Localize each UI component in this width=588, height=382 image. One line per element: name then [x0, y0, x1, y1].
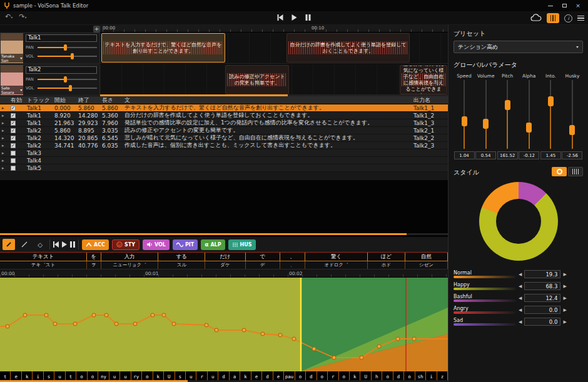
- accent-toggle[interactable]: ACC: [82, 239, 109, 250]
- param-slider-handle[interactable]: [526, 123, 532, 133]
- pitch-editor[interactable]: [0, 278, 448, 371]
- param-slider[interactable]: [504, 80, 511, 149]
- style-view-bars-button[interactable]: [568, 167, 583, 176]
- row-enabled-checkbox[interactable]: ✓: [9, 134, 25, 141]
- reading-segment[interactable]: スル: [158, 261, 205, 269]
- row-play-icon[interactable]: ▸: [0, 119, 9, 126]
- pan-slider-handle[interactable]: [64, 76, 67, 83]
- reading-segment[interactable]: ヲ: [87, 261, 101, 269]
- col-end[interactable]: 終了: [76, 96, 100, 104]
- param-value[interactable]: 1.04: [454, 151, 475, 159]
- word-segment[interactable]: 自然: [405, 253, 448, 261]
- increment-button[interactable]: ▶: [563, 308, 566, 313]
- pause-button[interactable]: [306, 14, 311, 21]
- info-button[interactable]: i: [564, 14, 572, 23]
- row-enabled-checkbox[interactable]: ✓: [9, 142, 25, 149]
- decrement-button[interactable]: ◀: [519, 272, 522, 277]
- param-slider-handle[interactable]: [548, 96, 554, 106]
- param-value[interactable]: 1.45: [540, 151, 561, 159]
- row-text[interactable]: [123, 149, 412, 156]
- minimize-button[interactable]: [547, 3, 554, 9]
- word-segment[interactable]: テキスト: [0, 253, 87, 261]
- redo-button[interactable]: ↷▾: [19, 13, 26, 21]
- row-text[interactable]: テキストを入力するだけで、驚くほど自然な音声を創り出すことができます。: [123, 104, 412, 111]
- row-text[interactable]: 自分だけの辞書を作成してよく使う単語を登録しておくこともできます。: [123, 112, 412, 119]
- col-length[interactable]: 長さ: [100, 96, 123, 104]
- mixer-button[interactable]: [547, 13, 559, 23]
- param-slider[interactable]: [460, 80, 468, 149]
- style-value[interactable]: 19.3: [524, 270, 560, 278]
- row-play-icon[interactable]: ▸: [0, 157, 9, 164]
- decrement-button[interactable]: ◀: [519, 308, 522, 313]
- edit-play-button[interactable]: [62, 241, 67, 248]
- reading-segment[interactable]: シゼン: [405, 261, 448, 269]
- vol-slider-handle[interactable]: [69, 85, 72, 91]
- row-play-icon[interactable]: ▸: [0, 164, 9, 171]
- param-slider-handle[interactable]: [483, 119, 489, 129]
- decrement-button[interactable]: ◀: [519, 319, 522, 324]
- reading-segment[interactable]: デ: [246, 261, 280, 269]
- table-row[interactable]: ▸ ✓ Talk2 14.320 20.865 6.545 悲しみが晴れて元気に…: [0, 134, 448, 142]
- param-slider[interactable]: [482, 80, 490, 149]
- play-button[interactable]: [292, 14, 297, 21]
- row-enabled-checkbox[interactable]: [9, 157, 25, 164]
- param-slider-handle[interactable]: [505, 100, 510, 110]
- row-play-icon[interactable]: ▸: [0, 127, 9, 134]
- reading-segment[interactable]: オドロク゛: [305, 261, 368, 269]
- reading-segment[interactable]: ニューリョク゛: [101, 261, 159, 269]
- col-output[interactable]: 出力名: [412, 96, 448, 104]
- param-slider[interactable]: [525, 80, 533, 149]
- col-start[interactable]: 開始: [53, 96, 76, 104]
- row-play-icon[interactable]: ▸: [0, 134, 9, 141]
- param-value[interactable]: 0.54: [475, 151, 496, 159]
- track-row[interactable]: Sato Sasara Talk2 PAN: [0, 64, 100, 96]
- pen-tool-button[interactable]: [3, 239, 15, 250]
- param-slider-handle[interactable]: [462, 116, 467, 126]
- row-play-icon[interactable]: ▸: [0, 112, 9, 119]
- voice-selector[interactable]: Sato Sasara: [1, 86, 23, 94]
- row-text[interactable]: [123, 164, 412, 171]
- track-name-box[interactable]: Talk2: [26, 66, 97, 74]
- reading-segment[interactable]: 、: [280, 261, 305, 269]
- row-play-icon[interactable]: ▸: [0, 142, 9, 149]
- add-track-button[interactable]: +: [93, 26, 100, 33]
- table-row[interactable]: ▸ Talk4: [0, 157, 448, 164]
- row-text[interactable]: 悲しみが晴れて元気になっていく様子など、自由自在に感情表現を与えることができます…: [123, 134, 412, 141]
- row-play-icon[interactable]: ▸: [0, 149, 9, 156]
- style-toggle[interactable]: STY: [112, 239, 139, 250]
- track-name-box[interactable]: Talk1: [26, 34, 97, 42]
- timeline-track-lane[interactable]: 読みの修正やアクセントの変更も簡単です。 悲しみが晴れて元気になっていく様子など…: [100, 64, 448, 96]
- node-tool-button[interactable]: ◇: [34, 239, 46, 250]
- word-segment[interactable]: を: [87, 253, 101, 261]
- param-value[interactable]: -2.56: [562, 151, 582, 159]
- word-segment[interactable]: する: [158, 253, 205, 261]
- table-row[interactable]: ▸ Talk5: [0, 164, 448, 172]
- row-text[interactable]: 作成した音声は、個別に書き出すことも、ミックスして書き出すこともできます。: [123, 142, 412, 149]
- table-row[interactable]: ▸ ✓ Talk1 21.963 29.923 7.960 発話単位での感情比率…: [0, 119, 448, 127]
- edit-pause-button[interactable]: [70, 241, 75, 248]
- increment-button[interactable]: ▶: [563, 272, 566, 277]
- decrement-button[interactable]: ◀: [519, 296, 522, 301]
- table-row[interactable]: ▸ Talk3: [0, 149, 448, 157]
- pitch-toggle[interactable]: PIT: [173, 239, 198, 250]
- vol-slider[interactable]: [38, 85, 97, 91]
- table-row[interactable]: ▸ ✓ Talk1 8.920 14.280 5.360 自分だけの辞書を作成し…: [0, 112, 448, 119]
- row-text[interactable]: 発話単位での感情比率の設定に加え、1つの発話内でも感情の比率を変化させることがで…: [123, 119, 412, 126]
- col-track[interactable]: トラック: [25, 96, 53, 104]
- word-segment[interactable]: だけ: [205, 253, 245, 261]
- increment-button[interactable]: ▶: [563, 284, 566, 289]
- undo-button[interactable]: ↶▾: [5, 13, 13, 21]
- style-view-donut-button[interactable]: [552, 167, 567, 176]
- reading-segment[interactable]: テキ゛スト: [0, 261, 87, 269]
- detail-ruler[interactable]: 00:00 00:01 00:02: [0, 269, 448, 278]
- style-value[interactable]: 68.3: [524, 282, 560, 290]
- row-text[interactable]: [123, 157, 412, 164]
- audio-clip[interactable]: 悲しみが晴れて元気になっていく様子など、自由自在に感情表現を与えることができます…: [400, 65, 447, 94]
- increment-button[interactable]: ▶: [563, 319, 566, 324]
- word-segment[interactable]: 、: [280, 253, 305, 261]
- word-segment[interactable]: 驚く: [305, 253, 368, 261]
- row-text[interactable]: 読みの修正やアクセントの変更も簡単です。: [123, 127, 412, 134]
- edit-skip-start-button[interactable]: [53, 241, 59, 248]
- col-text[interactable]: 文: [123, 96, 412, 104]
- timeline-hscrollbar[interactable]: [100, 94, 448, 96]
